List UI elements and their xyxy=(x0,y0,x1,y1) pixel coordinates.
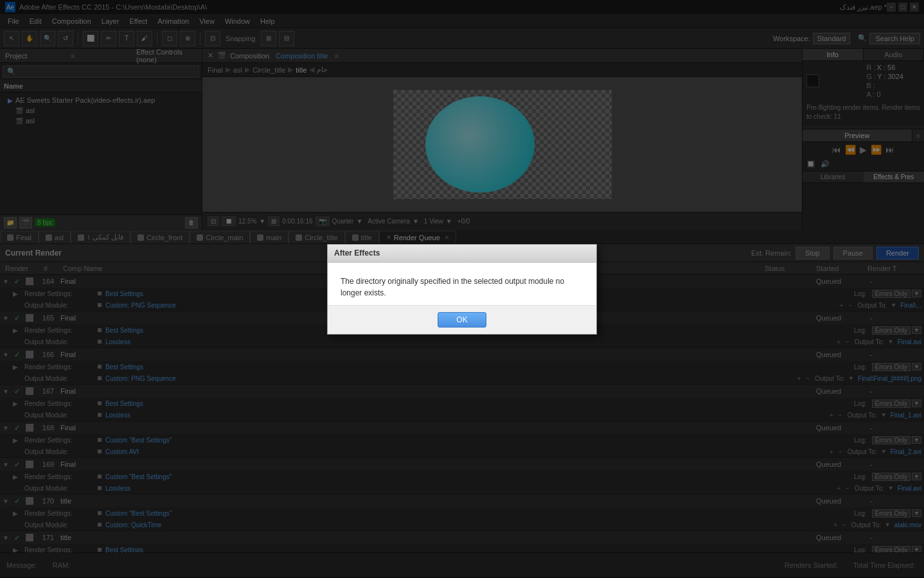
dialog-overlay: After Effects The directory originally s… xyxy=(0,0,924,578)
dialog-title: After Effects xyxy=(334,249,380,258)
dialog-message: The directory originally specified in th… xyxy=(341,276,583,299)
dialog-body: The directory originally specified in th… xyxy=(328,263,596,305)
dialog-box: After Effects The directory originally s… xyxy=(327,244,597,335)
dialog-titlebar: After Effects xyxy=(328,245,596,263)
dialog-footer: OK xyxy=(328,305,596,334)
dialog-ok-button[interactable]: OK xyxy=(438,312,486,328)
